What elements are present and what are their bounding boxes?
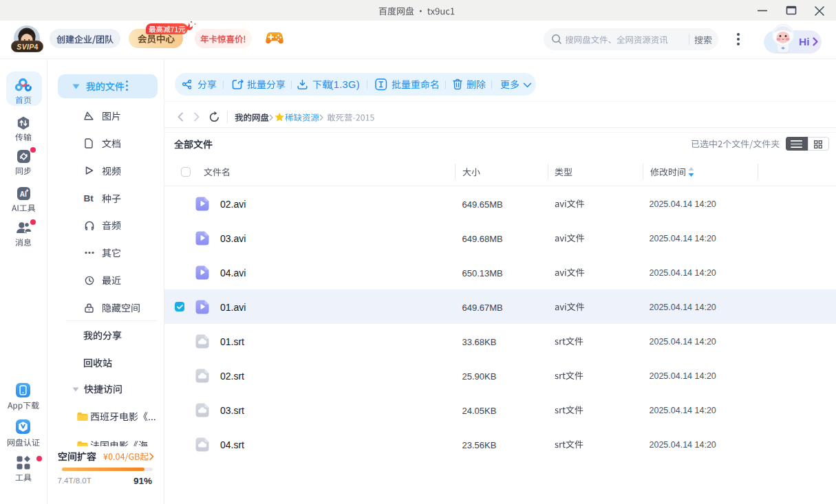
svg-text:AI: AI bbox=[19, 190, 26, 198]
